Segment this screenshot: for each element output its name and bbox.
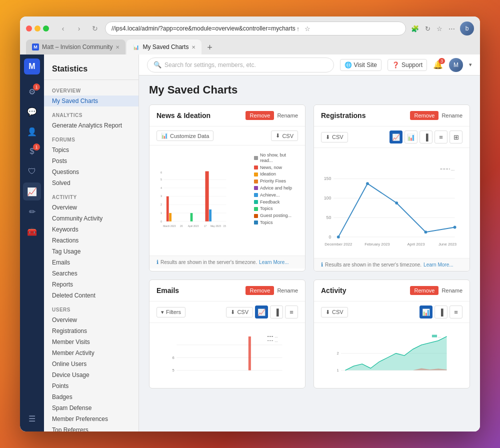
- nav-icon-shield[interactable]: 🛡: [23, 162, 41, 180]
- learn-more-registrations[interactable]: Learn More...: [424, 262, 453, 268]
- star-icon[interactable]: ☆: [304, 24, 312, 34]
- share-icon[interactable]: ↑: [296, 24, 301, 34]
- remove-registrations-button[interactable]: Remove: [410, 111, 438, 120]
- sidebar-item-activity-overview[interactable]: Overview: [44, 202, 138, 213]
- sidebar-item-deleted-content[interactable]: Deleted Content: [44, 290, 138, 301]
- sidebar-item-community-activity[interactable]: Community Activity: [44, 213, 138, 224]
- sidebar-item-device-usage[interactable]: Device Usage: [44, 370, 138, 380]
- sidebar-item-badges[interactable]: Badges: [44, 392, 138, 402]
- forward-button[interactable]: ›: [73, 22, 85, 34]
- filter-icon: ▾: [161, 309, 164, 316]
- csv-registrations-button[interactable]: ⬇ CSV: [321, 132, 348, 142]
- sidebar-item-generate-report[interactable]: Generate Analytics Report: [44, 120, 138, 131]
- user-avatar[interactable]: M: [449, 58, 463, 72]
- back-button[interactable]: ‹: [57, 22, 69, 34]
- avatar-dropdown-icon[interactable]: ▾: [469, 62, 472, 68]
- sidebar-item-member-visits[interactable]: Member Visits: [44, 336, 138, 348]
- csv-news-button[interactable]: ⬇ CSV: [271, 130, 298, 141]
- tab-close-invision[interactable]: ✕: [116, 44, 120, 50]
- remove-emails-button[interactable]: Remove: [246, 286, 274, 295]
- sidebar-item-reports[interactable]: Reports: [44, 279, 138, 290]
- sidebar-item-posts[interactable]: Posts: [44, 156, 138, 166]
- notification-button[interactable]: 🔔 3: [433, 60, 443, 70]
- close-button[interactable]: [26, 26, 32, 32]
- address-bar[interactable]: //ips4.local/admin/?app=core&module=over…: [105, 22, 406, 36]
- sidebar-item-points[interactable]: Points: [44, 380, 138, 392]
- tab-mycharts[interactable]: 📊 My Saved Charts ✕: [126, 40, 202, 54]
- nav-icon-billing[interactable]: $ 1: [23, 142, 41, 160]
- reload-button[interactable]: ↻: [89, 22, 101, 34]
- chart-type-line-emails[interactable]: 📈: [255, 306, 268, 318]
- chart-type-line[interactable]: 📈: [390, 130, 402, 144]
- app-logo[interactable]: M: [24, 58, 40, 74]
- sidebar-item-solved[interactable]: Solved: [44, 178, 138, 188]
- sidebar-item-member-activity[interactable]: Member Activity: [44, 348, 138, 358]
- svg-text:17: 17: [204, 225, 207, 228]
- sidebar-item-keywords[interactable]: Keywords: [44, 224, 138, 235]
- nav-icon-tools[interactable]: 🧰: [23, 222, 41, 240]
- bookmark-icon[interactable]: ☆: [436, 24, 444, 34]
- nav-icon-pencil[interactable]: ✏: [23, 202, 41, 220]
- search-box[interactable]: 🔍 Search for settings, members, etc.: [147, 58, 334, 72]
- legend-dot: [254, 207, 258, 211]
- nav-icon-analytics[interactable]: 📈: [23, 182, 41, 200]
- sidebar-item-my-saved-charts[interactable]: My Saved Charts: [44, 96, 138, 106]
- chart-type-bar[interactable]: 📊: [404, 130, 418, 144]
- minimize-button[interactable]: [34, 26, 40, 32]
- chart-type-table-emails[interactable]: ≡: [285, 306, 298, 318]
- svg-point-36: [454, 226, 456, 229]
- sidebar-item-tag-usage[interactable]: Tag Usage: [44, 246, 138, 257]
- chart-type-area-activity[interactable]: 📊: [420, 306, 432, 318]
- download-icon-activity: ⬇: [326, 309, 330, 316]
- svg-rect-17: [209, 210, 212, 222]
- chart-body-news: 0 1 2 3 4 5 6: [150, 146, 305, 256]
- visit-site-button[interactable]: 🌐 Visit Site: [340, 59, 382, 71]
- chart-type-bar-emails[interactable]: ▐: [270, 306, 283, 318]
- learn-more-news[interactable]: Learn More...: [259, 260, 288, 265]
- rename-registrations-button[interactable]: Rename: [442, 112, 462, 118]
- sidebar-item-reactions[interactable]: Reactions: [44, 235, 138, 246]
- rename-activity-button[interactable]: Rename: [442, 288, 462, 294]
- sidebar-item-topics[interactable]: Topics: [44, 144, 138, 156]
- remove-news-button[interactable]: Remove: [246, 111, 274, 120]
- sidebar-item-registrations[interactable]: Registrations: [44, 326, 138, 336]
- sidebar-item-online-users[interactable]: Online Users: [44, 358, 138, 370]
- sidebar-item-top-referrers[interactable]: Top Referrers: [44, 424, 138, 432]
- sidebar-item-users-overview[interactable]: Overview: [44, 314, 138, 326]
- chart-type-table[interactable]: ≡: [434, 130, 448, 144]
- rename-emails-button[interactable]: Rename: [277, 288, 298, 294]
- customize-data-button[interactable]: 📊 Customize Data: [156, 130, 214, 141]
- sidebar-item-emails[interactable]: Emails: [44, 257, 138, 268]
- sidebar-item-spam-defense[interactable]: Spam Defense: [44, 402, 138, 414]
- svg-rect-14: [169, 213, 172, 222]
- nav-icon-comments[interactable]: 💬: [23, 102, 41, 120]
- chart-type-grid[interactable]: ⊞: [450, 130, 462, 144]
- filters-emails-button[interactable]: ▾ Filters: [156, 307, 186, 318]
- reload-icon[interactable]: ↻: [424, 24, 432, 34]
- nav-icon-menu[interactable]: ☰: [23, 410, 41, 428]
- csv-activity-button[interactable]: ⬇ CSV: [321, 307, 348, 318]
- browser-profile-avatar[interactable]: b: [460, 22, 474, 36]
- more-icon[interactable]: ⋯: [448, 24, 456, 34]
- maximize-button[interactable]: [43, 26, 49, 32]
- support-button[interactable]: ❓ Support: [388, 59, 427, 71]
- chart-card-activity: Activity Remove Rename ⬇ CSV: [314, 280, 470, 388]
- chart-type-bar2[interactable]: ▐: [420, 130, 432, 144]
- nav-icon-users[interactable]: 👤: [23, 122, 41, 140]
- csv-emails-button[interactable]: ⬇ CSV: [226, 307, 253, 318]
- sidebar-item-member-preferences[interactable]: Member Preferences: [44, 414, 138, 424]
- svg-text:50: 50: [326, 215, 332, 220]
- chart-type-bar-activity[interactable]: ▐: [434, 306, 448, 318]
- chart-type-table-activity[interactable]: ≡: [450, 306, 462, 318]
- tab-invision[interactable]: M Matt – Invision Community ✕: [26, 40, 126, 54]
- new-tab-button[interactable]: +: [202, 40, 216, 54]
- tab-close-mycharts[interactable]: ✕: [192, 44, 196, 50]
- legend-item: Ideation: [254, 172, 300, 177]
- nav-icon-settings[interactable]: ⚙ 1: [23, 82, 41, 100]
- chart-legend-news: No show, but read... News, now Ideation: [250, 150, 300, 250]
- sidebar-item-questions[interactable]: Questions: [44, 166, 138, 178]
- rename-news-button[interactable]: Rename: [277, 112, 298, 118]
- extensions-icon[interactable]: 🧩: [410, 24, 420, 34]
- sidebar-item-searches[interactable]: Searches: [44, 268, 138, 279]
- remove-activity-button[interactable]: Remove: [410, 286, 438, 295]
